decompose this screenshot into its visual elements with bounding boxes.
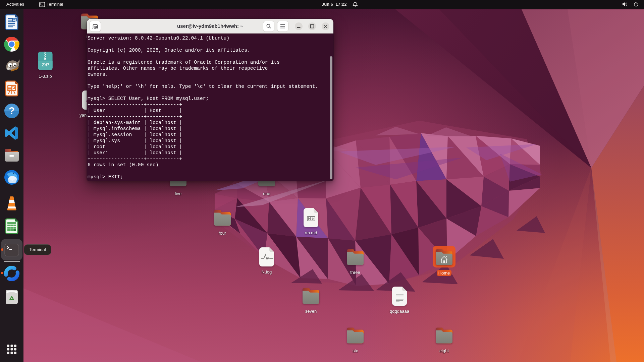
svg-text:?: ? xyxy=(9,105,15,116)
